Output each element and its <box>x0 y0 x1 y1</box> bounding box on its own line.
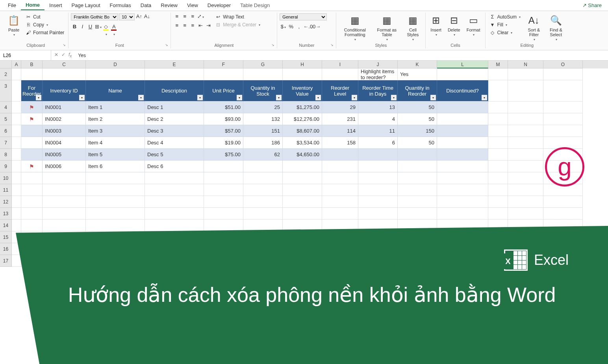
row-header[interactable]: 2 <box>0 68 12 80</box>
col-header[interactable]: E <box>145 61 204 68</box>
cell[interactable] <box>437 172 488 184</box>
cell[interactable] <box>86 196 145 208</box>
table-cell[interactable]: $1,275.00 <box>283 102 322 113</box>
cell[interactable] <box>21 172 43 184</box>
cell[interactable] <box>488 68 508 80</box>
find-select-button[interactable]: 🔍Find & Select <box>546 13 566 42</box>
tab-review[interactable]: Review <box>156 1 182 10</box>
table-cell[interactable]: Desc 3 <box>145 125 204 137</box>
filter-icon[interactable]: ▾ <box>315 95 321 100</box>
tab-developer[interactable]: Developer <box>203 1 235 10</box>
table-cell[interactable] <box>437 161 488 172</box>
filter-icon[interactable]: ▾ <box>197 95 203 100</box>
tab-view[interactable]: View <box>182 1 203 10</box>
cell[interactable] <box>12 125 21 137</box>
cell[interactable] <box>543 113 583 125</box>
cell[interactable] <box>21 196 43 208</box>
table-cell[interactable]: 50 <box>398 113 437 125</box>
cell[interactable] <box>204 172 243 184</box>
cell[interactable] <box>437 184 488 196</box>
cell[interactable] <box>398 184 437 196</box>
tab-page-layout[interactable]: Page Layout <box>67 1 105 10</box>
cell[interactable] <box>488 208 508 220</box>
table-cell[interactable]: ⚑ <box>21 102 43 113</box>
table-cell[interactable]: 132 <box>243 113 283 125</box>
delete-cells-button[interactable]: ⊟Delete <box>445 13 463 37</box>
cell[interactable] <box>488 137 508 149</box>
cell[interactable] <box>322 196 358 208</box>
col-header[interactable]: N <box>508 61 543 68</box>
table-cell[interactable]: 186 <box>243 137 283 149</box>
col-header[interactable]: H <box>283 61 322 68</box>
cell[interactable] <box>12 172 21 184</box>
row-header[interactable]: 5 <box>0 113 12 125</box>
italic-button[interactable]: I <box>79 24 86 37</box>
cell[interactable] <box>12 113 21 125</box>
table-header[interactable]: For Reorder▾ <box>21 80 43 102</box>
col-header[interactable]: B <box>21 61 43 68</box>
comma-icon[interactable]: , <box>295 24 302 30</box>
align-left-icon[interactable]: ≡ <box>173 22 180 28</box>
formula-input[interactable]: Yes <box>75 53 608 58</box>
cell[interactable] <box>543 125 583 137</box>
format-cells-button[interactable]: ▭Format <box>464 13 483 37</box>
bold-button[interactable]: B <box>71 24 78 37</box>
cell[interactable] <box>12 149 21 161</box>
row-header[interactable]: 14 <box>0 220 12 231</box>
row-header[interactable]: 13 <box>0 208 12 220</box>
table-cell[interactable] <box>358 149 398 161</box>
format-painter-button[interactable]: 🖌Format Painter <box>24 29 66 36</box>
table-cell[interactable]: 11 <box>358 125 398 137</box>
col-header[interactable]: K <box>398 61 437 68</box>
table-cell[interactable]: $8,607.00 <box>283 125 322 137</box>
cell[interactable] <box>508 196 543 208</box>
cell[interactable] <box>145 196 204 208</box>
table-cell[interactable] <box>437 137 488 149</box>
cell[interactable] <box>358 196 398 208</box>
cut-button[interactable]: ✂Cut <box>24 13 66 20</box>
col-header[interactable]: F <box>204 61 243 68</box>
cell[interactable] <box>145 208 204 220</box>
cell[interactable] <box>86 208 145 220</box>
cell[interactable] <box>283 172 322 184</box>
cell[interactable] <box>488 196 508 208</box>
table-cell[interactable]: IN0006 <box>43 161 86 172</box>
col-header[interactable]: C <box>43 61 86 68</box>
cell[interactable] <box>86 220 145 231</box>
cell[interactable] <box>86 68 145 80</box>
cell[interactable] <box>543 68 583 80</box>
name-box-input[interactable] <box>3 53 48 58</box>
table-cell[interactable]: 29 <box>322 102 358 113</box>
col-header[interactable]: D <box>86 61 145 68</box>
copy-button[interactable]: ⎘Copy <box>24 21 66 28</box>
row-header[interactable]: 3 <box>0 80 12 102</box>
alignment-launcher-icon[interactable]: ↘ <box>271 43 274 47</box>
table-cell[interactable] <box>204 161 243 172</box>
cell[interactable] <box>437 68 488 80</box>
table-cell[interactable]: Desc 5 <box>145 149 204 161</box>
cell[interactable] <box>43 208 86 220</box>
table-cell[interactable]: IN0001 <box>43 102 86 113</box>
clear-button[interactable]: ◇Clear <box>488 29 522 36</box>
tab-file[interactable]: File <box>3 1 21 10</box>
filter-icon[interactable]: ▾ <box>138 95 144 100</box>
table-cell[interactable]: Desc 2 <box>145 113 204 125</box>
fill-color-button[interactable]: ◇ <box>102 24 109 37</box>
border-button[interactable]: ⊞ <box>95 24 102 37</box>
cell[interactable] <box>322 184 358 196</box>
cell[interactable] <box>243 172 283 184</box>
cell[interactable] <box>12 68 21 80</box>
font-launcher-icon[interactable]: ↘ <box>165 43 168 47</box>
row-header[interactable]: 10 <box>0 172 12 184</box>
cell[interactable] <box>243 220 283 231</box>
cell[interactable] <box>322 208 358 220</box>
wrap-text-button[interactable]: ↩Wrap Text <box>213 13 262 20</box>
cell[interactable] <box>508 80 543 102</box>
col-header[interactable]: I <box>322 61 358 68</box>
cell[interactable] <box>358 172 398 184</box>
cell[interactable] <box>204 208 243 220</box>
table-cell[interactable]: Desc 4 <box>145 137 204 149</box>
table-cell[interactable]: Item 5 <box>86 149 145 161</box>
row-header[interactable]: 8 <box>0 149 12 161</box>
sort-filter-button[interactable]: A↓Sort & Filter <box>524 13 544 42</box>
